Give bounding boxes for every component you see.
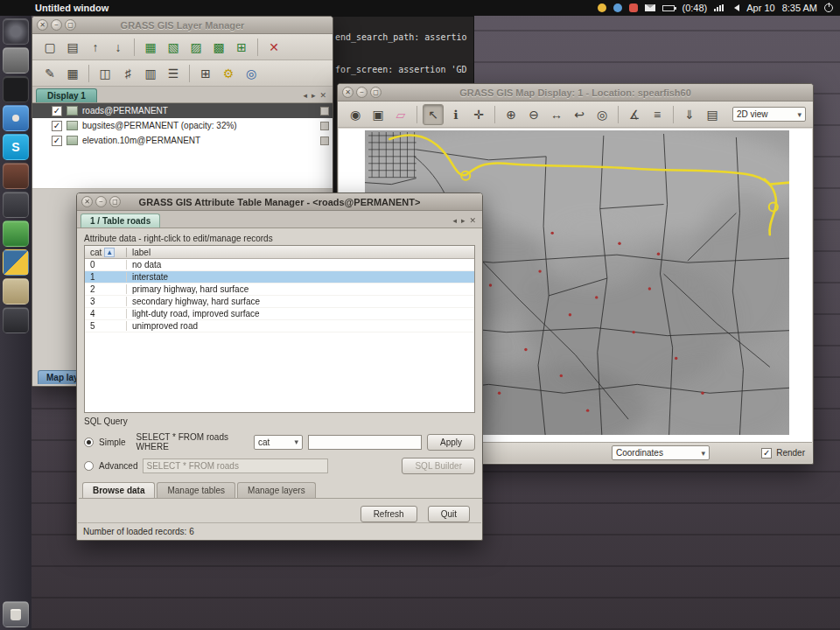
sql-advanced-input[interactable] [143,458,328,473]
table-row[interactable]: 2 primary highway, hard surface [85,284,474,296]
battery-icon[interactable] [662,5,675,11]
render-map-button[interactable]: ▣ [368,104,388,125]
tab-table-roads[interactable]: 1 / Table roads [80,214,160,228]
close-icon[interactable]: ✕ [37,19,48,31]
tab-manage-tables[interactable]: Manage tables [157,482,235,498]
attribute-table-button[interactable]: ▦ [62,63,83,84]
date-label[interactable]: Apr 10 [746,3,774,13]
tab-manage-layers[interactable]: Manage layers [237,482,316,498]
table-row[interactable]: 5 unimproved road [85,320,474,332]
add-raster-button[interactable]: ▧ [163,37,184,58]
sql-column-select[interactable]: cat ▾ [254,435,303,450]
tab-close-icon[interactable]: ✕ [319,91,326,100]
add-vector-button[interactable]: ▩ [208,37,229,58]
notification-icon[interactable] [598,4,606,12]
sql-value-input[interactable] [308,435,422,450]
refresh-button[interactable]: Refresh [360,506,417,522]
advanced-radio[interactable] [84,461,94,471]
column-header-cat[interactable]: cat ▲ [85,248,127,257]
network-signal-icon[interactable] [714,4,724,11]
erase-display-button[interactable]: ▱ [390,104,411,125]
maximize-icon[interactable]: ◻ [109,196,121,207]
pan-button[interactable]: ✛ [468,104,489,125]
tab-display-1[interactable]: Display 1 [36,88,97,102]
zoom-options-button[interactable]: ◎ [592,104,612,125]
sql-builder-button[interactable]: SQL Builder [402,458,475,474]
pointer-button[interactable]: ↖ [423,104,444,125]
digitize-button[interactable]: ✎ [39,63,60,84]
add-raster-misc-button[interactable]: ▨ [186,37,206,58]
add-multiple-layers-button[interactable]: ▦ [140,37,161,58]
layer-row-bugsites[interactable]: ✓ bugsites@PERMANENT (opacity: 32%) [32,118,332,133]
volume-icon[interactable] [731,4,739,11]
simple-radio[interactable] [84,438,94,447]
session-menu-icon[interactable] [824,4,833,12]
terminal-launcher-icon[interactable] [3,307,29,333]
archive-manager-icon[interactable] [3,278,29,304]
layer-options-button[interactable] [320,107,329,116]
trash-icon[interactable] [3,601,29,627]
maximize-icon[interactable]: ◻ [370,87,382,98]
broadcast-indicator-icon[interactable] [629,4,638,12]
weather-indicator-icon[interactable] [613,4,622,12]
layer-checkbox[interactable]: ✓ [52,121,62,131]
return-zoom-button[interactable]: ↩ [569,104,590,125]
skype-icon[interactable]: S [3,134,29,160]
layer-manager-titlebar[interactable]: ✕ − ◻ GRASS GIS Layer Manager [32,17,332,34]
display-map-button[interactable]: ◉ [345,104,366,125]
minimize-icon[interactable]: − [51,19,62,31]
attribute-manager-titlebar[interactable]: ✕ − ◻ GRASS GIS Attribute Table Manager … [77,193,482,211]
table-row-selected[interactable]: 1 interstate [85,271,474,284]
mapcalc-button[interactable]: ⊞ [195,63,216,84]
save-display-button[interactable]: ⇓ [679,104,700,125]
vector-tools-button[interactable]: ▥ [140,63,161,84]
georectify-button[interactable]: ♯ [117,63,138,84]
statusbar-mode-select[interactable]: Coordinates ▾ [612,445,710,460]
layer-tree[interactable]: ✓ roads@PERMANENT ✓ bugsites@PERMANENT (… [32,103,332,189]
quit-button[interactable]: Quit [428,506,470,522]
minimize-icon[interactable]: − [356,87,368,98]
system-settings-icon[interactable] [3,192,29,218]
view-mode-select[interactable]: 2D view ▾ [732,107,806,122]
layer-row-roads[interactable]: ✓ roads@PERMANENT [32,103,332,118]
zoom-in-button[interactable]: ⊕ [500,104,522,125]
clock-label[interactable]: 8:35 AM [782,3,817,13]
messaging-icon[interactable] [645,4,655,11]
tab-scroll-right-icon[interactable]: ▸ [312,91,316,100]
python-icon[interactable] [3,249,29,276]
column-header-label[interactable]: label [127,248,474,257]
settings-button[interactable]: ◎ [241,63,262,84]
add-overlay-button[interactable]: ≡ [647,104,668,125]
layer-options-button[interactable] [320,136,329,145]
zoom-extent-button[interactable]: ↔ [546,104,567,125]
tab-scroll-right-icon[interactable]: ▸ [461,216,466,225]
layer-options-button[interactable] [320,122,329,130]
print-display-button[interactable]: ▤ [702,104,723,125]
save-workspace-button[interactable]: ↓ [108,37,129,58]
table-row[interactable]: 0 no data [85,259,474,271]
render-checkbox[interactable]: ✓ [761,448,772,458]
tab-browse-data[interactable]: Browse data [82,482,155,498]
map-display-titlebar[interactable]: ✕ − ◻ GRASS GIS Map Display: 1 - Locatio… [338,84,813,102]
add-group-button[interactable]: ⊞ [231,37,252,58]
sort-ascending-icon[interactable]: ▲ [104,248,115,257]
apply-button[interactable]: Apply [427,434,475,451]
open-workspace-button[interactable]: ▤ [62,37,83,58]
delete-layer-button[interactable]: ✕ [263,37,284,58]
raster-tools-button[interactable]: ◫ [94,63,116,84]
layer-checkbox[interactable]: ✓ [52,106,62,116]
query-button[interactable]: ℹ [445,104,466,125]
minimize-icon[interactable]: − [95,196,107,207]
close-icon[interactable]: ✕ [81,196,93,207]
nviz-button[interactable]: ⚙ [218,63,239,84]
layer-checkbox[interactable]: ✓ [52,136,62,146]
tab-close-icon[interactable]: ✕ [469,216,476,225]
browser-icon[interactable] [3,105,29,131]
analyze-button[interactable]: ∡ [624,104,645,125]
zoom-out-button[interactable]: ⊖ [523,104,544,125]
software-center-icon[interactable] [3,163,29,189]
grass-gis-icon[interactable] [3,220,29,247]
layer-row-elevation[interactable]: ✓ elevation.10m@PERMANENT [32,133,332,148]
attribute-table[interactable]: cat ▲ label 0 no data 1 interstate 2 pri… [84,245,475,413]
screenshot-icon[interactable] [3,76,29,102]
